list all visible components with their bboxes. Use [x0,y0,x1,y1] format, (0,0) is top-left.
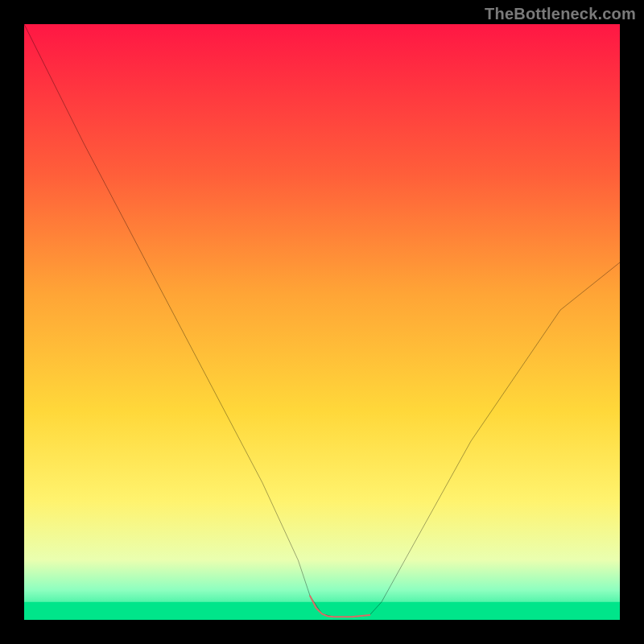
plot-background [24,24,620,620]
watermark-text: TheBottleneck.com [485,5,636,23]
chart-stage: TheBottleneck.com [0,0,644,644]
bottom-green-band [24,602,620,620]
bottleneck-chart [24,24,620,620]
